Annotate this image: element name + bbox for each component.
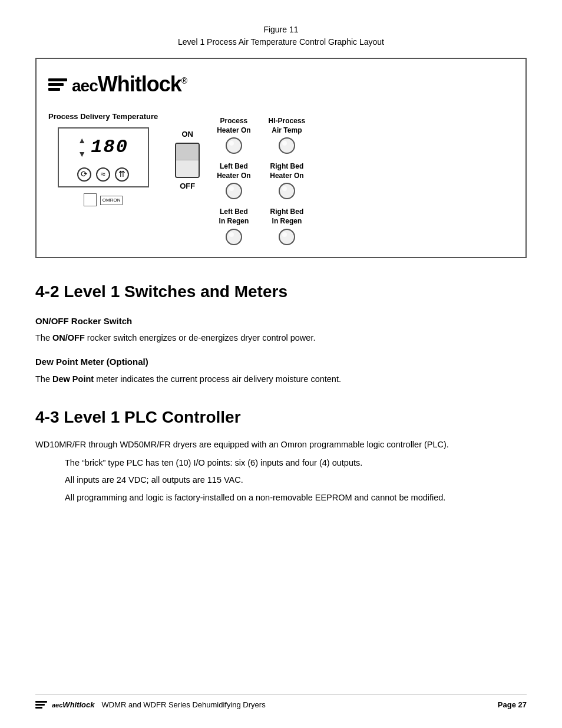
logo-icon <box>48 78 67 91</box>
section-42-heading: 4-2 Level 1 Switches and Meters <box>35 279 527 304</box>
right-bed-regen-group: Right BedIn Regen <box>270 207 304 245</box>
rocker-top <box>176 144 199 161</box>
dewpoint-heading: Dew Point Meter (Optional) <box>35 355 527 369</box>
left-bed-heater-on-light <box>226 183 242 199</box>
up-arrow-icon: ▲ <box>78 134 86 147</box>
right-bed-heater-on-group: Right BedHeater On <box>270 162 303 199</box>
indicator-column-2: HI-ProcessAir Temp Right BedHeater On Ri… <box>269 117 306 245</box>
right-bed-regen-label: Right BedIn Regen <box>270 207 304 226</box>
right-bed-heater-on-light <box>279 183 295 199</box>
hi-process-air-temp-group: HI-ProcessAir Temp <box>269 117 306 154</box>
logo-text: aecWhitlock® <box>72 68 187 100</box>
section-43-bullet2: All inputs are 24 VDC; all outputs are 1… <box>65 473 527 487</box>
onoff-heading: ON/OFF Rocker Switch <box>35 315 527 328</box>
up-down-arrows: ▲ ▼ <box>78 134 86 160</box>
rocker-bottom <box>176 160 199 177</box>
left-bed-heater-on-group: Left BedHeater On <box>217 162 250 199</box>
hi-process-air-temp-light <box>279 137 295 154</box>
dewpoint-text: The Dew Point meter indicates the curren… <box>35 373 527 386</box>
figure-caption: Figure 11 Level 1 Process Air Temperatur… <box>35 24 527 48</box>
page-footer: aecWhitlock WDMR and WDFR Series Dehumid… <box>35 694 527 711</box>
process-heater-on-light <box>226 137 242 154</box>
omron-box <box>84 193 97 206</box>
display-top: ▲ ▼ 180 <box>78 133 128 162</box>
section-43-bullet3: All programming and logic is factory-ins… <box>65 491 527 505</box>
display-bottom: ⟳ ≈ ⇈ <box>77 167 129 182</box>
section-42: 4-2 Level 1 Switches and Meters ON/OFF R… <box>35 279 527 386</box>
right-bed-regen-light <box>279 229 295 245</box>
diagram-box: aecWhitlock® Process Delivery Temperatur… <box>35 58 527 258</box>
figure-caption-line2: Level 1 Process Air Temperature Control … <box>35 36 527 48</box>
section-43-heading: 4-3 Level 1 PLC Controller <box>35 405 527 430</box>
switch-off-label: OFF <box>180 180 195 192</box>
footer-series-text: WDMR and WDFR Series Dehumidifying Dryer… <box>102 699 266 711</box>
wave-icon: ≈ <box>96 167 110 182</box>
rocker-switch <box>175 143 200 178</box>
process-heater-on-group: ProcessHeater On <box>217 117 250 154</box>
digital-display: 180 <box>91 133 128 162</box>
down-arrow-icon: ▼ <box>78 148 86 160</box>
logo-area: aecWhitlock® <box>48 68 514 100</box>
indicators-section: ProcessHeater On Left BedHeater On Left … <box>217 117 305 245</box>
switch-on-label: ON <box>181 129 193 140</box>
left-bed-regen-group: Left BedIn Regen <box>219 207 249 245</box>
footer-logo-icon <box>35 701 47 709</box>
omron-label: OMRON <box>100 196 123 205</box>
setpoint-icon: ⟳ <box>77 167 91 182</box>
left-bed-heater-on-label: Left BedHeater On <box>217 162 250 180</box>
left-bed-regen-label: Left BedIn Regen <box>219 207 249 226</box>
onoff-text: The ON/OFF rocker switch energizes or de… <box>35 331 527 345</box>
pdt-label: Process Delivery Temperature <box>48 111 158 123</box>
section-43-intro: WD10MR/FR through WD50MR/FR dryers are e… <box>35 438 527 452</box>
indicator-column-1: ProcessHeater On Left BedHeater On Left … <box>217 117 250 245</box>
arrows-icon: ⇈ <box>115 167 129 182</box>
footer-page-number: Page 27 <box>498 699 527 711</box>
pdt-section: Process Delivery Temperature ▲ ▼ 180 ⟳ ≈… <box>48 111 158 206</box>
footer-logo: aecWhitlock WDMR and WDFR Series Dehumid… <box>35 699 266 711</box>
left-bed-regen-light <box>226 229 242 245</box>
footer-logo-text: aecWhitlock <box>52 699 95 711</box>
diagram-content: Process Delivery Temperature ▲ ▼ 180 ⟳ ≈… <box>48 111 514 245</box>
switch-section: ON OFF <box>170 129 205 192</box>
display-box: ▲ ▼ 180 ⟳ ≈ ⇈ <box>58 127 149 187</box>
figure-caption-line1: Figure 11 <box>35 24 527 36</box>
process-heater-on-label: ProcessHeater On <box>217 117 250 135</box>
section-43-bullet1: The “brick” type PLC has ten (10) I/O po… <box>65 456 527 470</box>
section-43: 4-3 Level 1 PLC Controller WD10MR/FR thr… <box>35 405 527 505</box>
right-bed-heater-on-label: Right BedHeater On <box>270 162 303 180</box>
hi-process-air-temp-label: HI-ProcessAir Temp <box>269 117 306 135</box>
